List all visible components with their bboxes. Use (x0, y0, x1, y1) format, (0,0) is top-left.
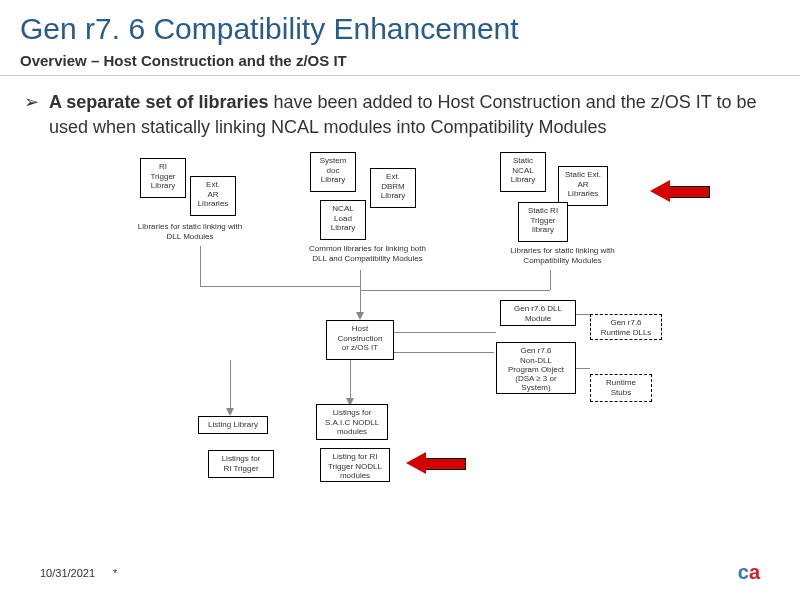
arrowhead-icon (226, 408, 234, 416)
box-system-doc: SystemdocLibrary (310, 152, 356, 192)
diagram: RITriggerLibrary Ext.ARLibraries Librari… (30, 152, 770, 492)
connector-line (230, 360, 231, 410)
box-gen76-runtime: Gen r7.6Runtime DLLs (590, 314, 662, 340)
logo-a: a (749, 561, 760, 583)
connector-line (576, 368, 590, 369)
connector-line (394, 332, 496, 333)
caption-mid-group: Common libraries for linking bothDLL and… (290, 244, 445, 262)
connector-line (360, 270, 361, 315)
bullet-item: ➢ A separate set of libraries have been … (0, 76, 800, 146)
caption-right-group: Libraries for static linking withCompati… (490, 246, 635, 264)
box-ncal-load: NCALLoadLibrary (320, 200, 366, 240)
page-title: Gen r7. 6 Compatibility Enhancement (0, 0, 800, 52)
footer-date: 10/31/2021 (40, 567, 95, 579)
ca-logo: ca (738, 561, 760, 584)
footer: 10/31/2021 * ca (40, 561, 760, 584)
box-static-ext-ar: Static Ext.ARLibraries (558, 166, 608, 206)
box-ext-dbrm: Ext.DBRMLibrary (370, 168, 416, 208)
box-runtime-stubs: RuntimeStubs (590, 374, 652, 402)
bullet-bold: A separate set of libraries (49, 92, 268, 112)
box-listing-ri-trigger: Listings forRI Trigger (208, 450, 274, 478)
logo-c: c (738, 561, 749, 583)
box-gen76-dll: Gen r7.6 DLLModule (500, 300, 576, 326)
connector-line (200, 246, 201, 286)
connector-line (576, 314, 590, 315)
connector-line (394, 352, 494, 353)
page-subtitle: Overview – Host Construction and the z/O… (0, 52, 800, 75)
box-listing-ri-nodll: Listing for RITrigger NODLLmodules (320, 448, 390, 482)
connector-line (350, 360, 351, 400)
box-listing: Listing Library (198, 416, 268, 434)
red-arrow-icon (650, 180, 710, 202)
box-static-ncal: StaticNCALLibrary (500, 152, 546, 192)
connector-line (200, 286, 360, 287)
footer-marker: * (113, 567, 117, 579)
red-arrow-icon (406, 452, 466, 474)
arrowhead-icon (356, 312, 364, 320)
bullet-marker: ➢ (24, 90, 39, 140)
box-static-ri-trigger: Static RITriggerlibrary (518, 202, 568, 242)
box-gen76-nondll: Gen r7.6Non-DLLProgram Object(DSA ≥ 3 or… (496, 342, 576, 394)
box-listings-saic: Listings forS.A.I.C NODLLmodules (316, 404, 388, 440)
connector-line (550, 270, 551, 290)
caption-left-group: Libraries for static linking withDLL Mod… (120, 222, 260, 240)
box-host-construction: HostConstructionor z/OS IT (326, 320, 394, 360)
box-ext-ar: Ext.ARLibraries (190, 176, 236, 216)
bullet-text: A separate set of libraries have been ad… (49, 90, 776, 140)
connector-line (360, 290, 550, 291)
box-ri-trigger: RITriggerLibrary (140, 158, 186, 198)
